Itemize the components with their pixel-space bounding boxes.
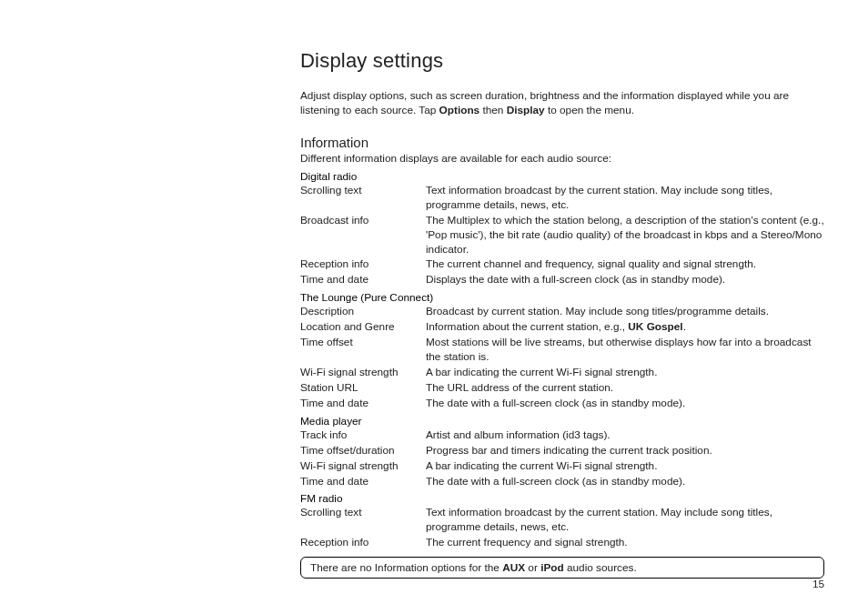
term: Location and Genre bbox=[300, 320, 426, 335]
desc: The current frequency and signal strengt… bbox=[426, 536, 824, 550]
term: Time offset/duration bbox=[300, 444, 426, 458]
information-heading: Information bbox=[300, 135, 824, 150]
term: Time and date bbox=[300, 273, 426, 287]
note-box: There are no Information options for the… bbox=[300, 557, 824, 579]
term: Time and date bbox=[300, 397, 426, 411]
term: Wi-Fi signal strength bbox=[300, 459, 426, 474]
definition-row: Location and GenreInformation about the … bbox=[300, 320, 824, 335]
definition-row: Track infoArtist and album information (… bbox=[300, 428, 824, 443]
term: Reception info bbox=[300, 536, 426, 550]
definition-row: Time and dateDisplays the date with a fu… bbox=[300, 273, 824, 287]
desc-text: Information about the current station, e… bbox=[426, 320, 628, 333]
definition-row: Reception infoThe current channel and fr… bbox=[300, 257, 824, 272]
desc: Artist and album information (id3 tags). bbox=[426, 428, 824, 443]
page-number: 15 bbox=[812, 578, 824, 590]
desc: The URL address of the current station. bbox=[426, 381, 824, 396]
desc: Text information broadcast by the curren… bbox=[426, 506, 824, 535]
term: Wi-Fi signal strength bbox=[300, 366, 426, 380]
group-head-lounge: The Lounge (Pure Connect) bbox=[300, 291, 824, 304]
term: Time offset bbox=[300, 336, 426, 365]
desc: Text information broadcast by the curren… bbox=[426, 184, 824, 213]
page-title: Display settings bbox=[300, 49, 824, 73]
group-head-digital-radio: Digital radio bbox=[300, 170, 824, 183]
definition-row: Time offset/durationProgress bar and tim… bbox=[300, 444, 824, 458]
definition-row: Reception infoThe current frequency and … bbox=[300, 536, 824, 550]
term: Scrolling text bbox=[300, 506, 426, 535]
term: Time and date bbox=[300, 475, 426, 489]
note-bold-ipod: iPod bbox=[540, 561, 564, 574]
definition-row: Broadcast infoThe Multiplex to which the… bbox=[300, 214, 824, 257]
intro-text: to open the menu. bbox=[545, 104, 634, 116]
document-page: Display settings Adjust display options,… bbox=[0, 0, 868, 614]
term: Station URL bbox=[300, 381, 426, 396]
definition-row: Station URLThe URL address of the curren… bbox=[300, 381, 824, 396]
definition-row: Scrolling textText information broadcast… bbox=[300, 184, 824, 213]
desc: Most stations will be live streams, but … bbox=[426, 336, 824, 365]
intro-bold-display: Display bbox=[507, 104, 545, 116]
definition-row: Time offsetMost stations will be live st… bbox=[300, 336, 824, 365]
desc: The date with a full-screen clock (as in… bbox=[426, 475, 824, 489]
group-head-media-player: Media player bbox=[300, 415, 824, 428]
note-bold-aux: AUX bbox=[502, 561, 525, 574]
intro-text: then bbox=[479, 104, 507, 116]
note-text: audio sources. bbox=[564, 561, 637, 574]
intro-paragraph: Adjust display options, such as screen d… bbox=[300, 89, 824, 118]
term: Description bbox=[300, 305, 426, 319]
intro-bold-options: Options bbox=[439, 104, 480, 116]
definition-row: Time and dateThe date with a full-screen… bbox=[300, 397, 824, 411]
desc: Displays the date with a full-screen clo… bbox=[426, 273, 824, 287]
term: Track info bbox=[300, 428, 426, 443]
definition-row: Time and dateThe date with a full-screen… bbox=[300, 475, 824, 489]
desc-bold-ukgospel: UK Gospel bbox=[628, 320, 682, 333]
desc: Progress bar and timers indicating the c… bbox=[426, 444, 824, 458]
definition-row: Wi-Fi signal strengthA bar indicating th… bbox=[300, 366, 824, 380]
desc: A bar indicating the current Wi-Fi signa… bbox=[426, 366, 824, 380]
desc: Broadcast by current station. May includ… bbox=[426, 305, 824, 319]
definition-row: Scrolling textText information broadcast… bbox=[300, 506, 824, 535]
desc: The date with a full-screen clock (as in… bbox=[426, 397, 824, 411]
desc: Information about the current station, e… bbox=[426, 320, 824, 335]
note-text: or bbox=[525, 561, 540, 574]
desc: A bar indicating the current Wi-Fi signa… bbox=[426, 459, 824, 474]
definition-row: DescriptionBroadcast by current station.… bbox=[300, 305, 824, 319]
definition-row: Wi-Fi signal strengthA bar indicating th… bbox=[300, 459, 824, 474]
desc: The current channel and frequency, signa… bbox=[426, 257, 824, 272]
desc-text: . bbox=[683, 320, 686, 333]
note-text: There are no Information options for the bbox=[310, 561, 502, 574]
information-subtext: Different information displays are avail… bbox=[300, 152, 824, 165]
group-head-fm-radio: FM radio bbox=[300, 492, 824, 505]
term: Reception info bbox=[300, 257, 426, 272]
term: Broadcast info bbox=[300, 214, 426, 257]
term: Scrolling text bbox=[300, 184, 426, 213]
desc: The Multiplex to which the station belon… bbox=[426, 214, 824, 257]
